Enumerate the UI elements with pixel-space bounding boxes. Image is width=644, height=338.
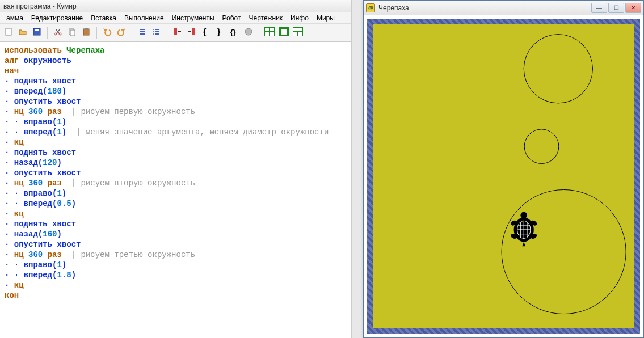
turtle-titlebar[interactable]: 🐢 Черепаха — ☐ ✕ <box>364 1 643 15</box>
svg-rect-21 <box>265 32 269 36</box>
turtle-canvas[interactable] <box>373 24 634 328</box>
menu-выполнение[interactable]: Выполнение <box>120 13 168 23</box>
code-line[interactable]: · кц <box>5 137 347 147</box>
close-button[interactable]: ✕ <box>625 3 641 13</box>
svg-point-17 <box>245 28 252 35</box>
menu-чертежник[interactable]: Чертежник <box>245 13 287 23</box>
step-over-button[interactable] <box>186 27 198 39</box>
code-line[interactable]: · опустить хвост <box>5 96 347 107</box>
paste-button[interactable] <box>80 27 92 39</box>
menu-робот[interactable]: Робот <box>218 13 245 23</box>
code-line[interactable]: · нц 360 раз | рисуем третью окружность <box>5 250 347 260</box>
svg-rect-8 <box>85 28 88 30</box>
token-dot: · <box>5 138 14 147</box>
grid-green-3-button[interactable] <box>292 27 304 39</box>
code-line[interactable]: · нц 360 раз | рисуем вторую окружность <box>5 178 347 188</box>
menu-вставка[interactable]: Вставка <box>87 13 120 23</box>
code-line[interactable]: · назад(120) <box>5 158 347 168</box>
list1-button[interactable] <box>136 27 149 39</box>
svg-rect-22 <box>270 32 274 36</box>
list2-button[interactable] <box>150 27 163 39</box>
token-kw: использовать <box>5 46 66 55</box>
token-dot: · <box>5 97 14 106</box>
code-line[interactable]: · поднять хвост <box>5 219 347 229</box>
menu-инструменты[interactable]: Инструменты <box>168 13 218 23</box>
code-line[interactable]: использовать Черепаха <box>5 45 347 56</box>
token-dot: · <box>5 77 14 86</box>
code-line[interactable]: · · вправо(1) <box>5 188 347 198</box>
brace-left-button[interactable]: { <box>200 27 212 39</box>
save-button[interactable] <box>31 27 43 39</box>
code-line[interactable]: · опустить хвост <box>5 168 347 178</box>
turtle-app-icon: 🐢 <box>366 3 375 12</box>
token-dot: · <box>5 168 14 178</box>
code-line[interactable]: · вперед(180) <box>5 86 347 96</box>
token-cmd: вправо <box>24 117 52 126</box>
copy-button[interactable] <box>66 27 78 39</box>
code-line[interactable]: · поднять хвост <box>5 147 347 158</box>
token-cmd: опустить хвост <box>14 97 81 106</box>
new-file-button[interactable] <box>2 27 15 39</box>
token-num: 180 <box>48 87 62 96</box>
toolbar-separator <box>47 27 48 39</box>
code-line[interactable]: · · вправо(1) <box>5 117 347 127</box>
token-paren: ) <box>71 199 76 208</box>
token-cmd: вперед <box>24 271 52 280</box>
drawn-circle <box>524 129 559 164</box>
token-kw: нач <box>5 66 19 75</box>
token-cmt: | меняя значение аргумента, меняем диаме… <box>66 128 329 137</box>
menu-амма[interactable]: амма <box>2 13 27 23</box>
code-line[interactable]: · назад(160) <box>5 229 347 239</box>
code-editor[interactable]: использовать Черепахаалг окружностьнач· … <box>0 42 351 338</box>
cut-button[interactable] <box>52 27 64 39</box>
code-line[interactable]: кон <box>5 290 347 301</box>
token-dot: · <box>5 107 14 116</box>
grid-green-2-button[interactable] <box>277 27 290 39</box>
stop-button[interactable] <box>242 27 255 39</box>
token-kw: раз <box>43 107 62 116</box>
turtle-sprite <box>510 212 538 247</box>
svg-rect-19 <box>265 28 269 31</box>
undo-button[interactable] <box>101 27 113 39</box>
token-num: 1 <box>57 117 61 126</box>
token-paren: ) <box>71 271 76 280</box>
code-line[interactable]: · опустить хвост <box>5 239 347 250</box>
token-dot: · · <box>5 199 24 208</box>
code-line[interactable]: · поднять хвост <box>5 76 347 86</box>
token-paren: ) <box>62 87 66 96</box>
menu-редактирование[interactable]: Редактирование <box>27 13 87 23</box>
token-kw: нц <box>14 179 28 188</box>
code-line[interactable]: · · вперед(1.8) <box>5 270 347 280</box>
minimize-button[interactable]: — <box>591 3 607 13</box>
code-line[interactable]: · · вперед(1) | меняя значение аргумента… <box>5 127 347 137</box>
brace-pair-button[interactable]: {} <box>228 27 241 39</box>
redo-button[interactable] <box>115 27 128 39</box>
token-num: 360 <box>28 107 43 116</box>
token-kw: кон <box>5 291 19 300</box>
paste-icon <box>82 27 91 38</box>
code-line[interactable]: · · вперед(0.5) <box>5 198 347 209</box>
open-button[interactable] <box>16 27 29 39</box>
code-line[interactable]: · кц <box>5 280 347 290</box>
token-cmd: назад <box>14 230 38 239</box>
maximize-button[interactable]: ☐ <box>608 3 624 13</box>
token-paren: ) <box>62 189 66 198</box>
code-line[interactable]: · кц <box>5 209 347 219</box>
grid-green-1-button[interactable] <box>263 27 276 39</box>
code-line[interactable]: · · вправо(1) <box>5 260 347 270</box>
code-line[interactable]: нач <box>5 66 347 76</box>
code-line[interactable]: · нц 360 раз | рисуем первую окружность <box>5 107 347 117</box>
svg-rect-24 <box>281 29 287 35</box>
brace-right-button[interactable]: } <box>214 27 226 39</box>
token-cmd: вперед <box>24 128 52 137</box>
token-kw: кц <box>14 209 24 218</box>
svg-point-10 <box>153 31 154 32</box>
token-num: 1 <box>57 128 61 137</box>
token-num: 1 <box>57 260 61 269</box>
toolbar: {}{} <box>0 24 351 42</box>
menu-миры[interactable]: Миры <box>313 13 339 23</box>
menu-инфо[interactable]: Инфо <box>287 13 313 23</box>
code-line[interactable]: алг окружность <box>5 56 347 66</box>
list2-icon <box>152 27 161 38</box>
step-in-button[interactable] <box>171 27 184 39</box>
